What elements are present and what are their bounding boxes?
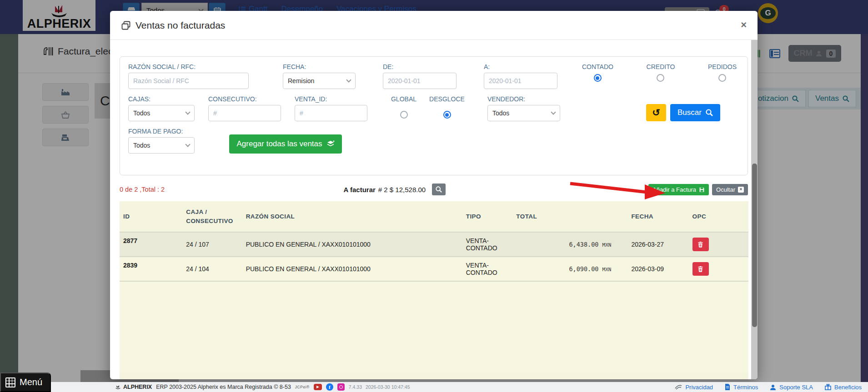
consecutivo-input[interactable] — [208, 105, 281, 121]
trash-icon — [697, 266, 703, 272]
copy-icon — [121, 20, 131, 30]
agregar-todas-label: Agregar todas las ventas — [236, 139, 322, 149]
menu-button[interactable]: Menú — [0, 372, 51, 392]
table-header-row: ID CAJA / CONSECUTIVO RAZÓN SOCIAL TIPO … — [120, 201, 748, 232]
modal-title: Ventas no facturadas — [135, 20, 225, 31]
venta-id-input[interactable] — [295, 105, 367, 121]
consecutivo-label: CONSECUTIVO: — [208, 95, 281, 103]
vendedor-select[interactable]: Todos — [487, 105, 560, 121]
footer-center: ALPHERIX ERP 2003-2025 Alpherix es Marca… — [115, 383, 675, 391]
a-facturar-value: # 2 $ 12,528.00 — [378, 186, 426, 194]
cell-opc — [689, 232, 748, 257]
reset-icon: ↺ — [652, 107, 660, 118]
global-radio[interactable] — [400, 111, 408, 119]
footer-links: Privacidad Términos Soporte SLA — [675, 384, 862, 391]
credito-radio[interactable] — [657, 74, 664, 82]
ocultar-label: Ocultar — [716, 186, 735, 193]
chevron-down-icon — [346, 77, 351, 82]
link-soporte[interactable]: Soporte SLA — [770, 384, 813, 391]
chevron-down-icon — [185, 109, 190, 114]
fecha-label: FECHA: — [283, 63, 356, 70]
footer-brand: ALPHERIX — [115, 384, 152, 390]
pedidos-label: PEDIDOS — [708, 63, 737, 70]
buscar-button[interactable]: Buscar — [670, 104, 720, 121]
radio-global[interactable]: GLOBAL — [387, 95, 420, 119]
a-facturar-label: A facturar — [344, 186, 376, 194]
radio-credito[interactable]: CREDITO — [647, 63, 675, 82]
col-opc: OPC — [689, 201, 748, 232]
cell-razon: PUBLICO EN GENERAL / XAXX010101000 — [242, 232, 462, 257]
col-tipo: TIPO — [462, 201, 513, 232]
link-beneficios-label: Beneficios — [834, 384, 862, 391]
modal-scrollbar-track[interactable] — [751, 40, 758, 379]
privacy-icon — [675, 384, 682, 390]
cert-mark: JCPei® — [295, 385, 310, 389]
menu-label: Menú — [20, 377, 42, 387]
ocultar-button[interactable]: Ocultar × — [712, 184, 748, 195]
venta-id-label: VENTA_ID: — [295, 95, 367, 103]
document-icon — [725, 384, 730, 390]
col-total: TOTAL — [512, 201, 619, 232]
delete-row-button[interactable] — [692, 238, 709, 251]
vendedor-label: VENDEDOR: — [487, 95, 560, 103]
cell-total: 6,090.00 MXN — [512, 257, 619, 281]
close-box-icon: × — [738, 187, 744, 193]
youtube-icon[interactable] — [314, 384, 322, 390]
a-label: A: — [484, 63, 557, 70]
radio-desgloce[interactable]: DESGLOCE — [426, 95, 467, 119]
cell-razon: PUBLICO EN GENERAL / XAXX010101000 — [242, 257, 462, 281]
footer-brand-text: ALPHERIX — [123, 384, 152, 390]
cell-id: 2839 — [120, 257, 182, 281]
filter-row-2: CAJAS: Todos CONSECUTIVO: VENTA_ID: GLOB… — [128, 95, 739, 121]
footer-version: 7.4.33 2026-03-30 10:47:45 — [349, 384, 410, 390]
trash-icon — [697, 241, 703, 248]
cell-opc — [689, 257, 748, 281]
forma-pago-select[interactable]: Todos — [128, 137, 195, 154]
reset-button[interactable]: ↺ — [646, 104, 666, 121]
pedidos-radio[interactable] — [718, 74, 726, 82]
link-terminos[interactable]: Términos — [725, 384, 758, 391]
fecha-de-input[interactable] — [383, 73, 457, 89]
table-row[interactable]: 2877 24 / 107 PUBLICO EN GENERAL / XAXX0… — [120, 232, 748, 257]
modal-scrollbar-thumb[interactable] — [752, 164, 757, 327]
table-row[interactable]: 2839 24 / 104 PUBLICO EN GENERAL / XAXX0… — [120, 257, 748, 281]
gift-icon — [825, 384, 831, 390]
chevron-down-icon — [551, 109, 556, 114]
razon-social-input[interactable] — [128, 73, 249, 89]
desgloce-label: DESGLOCE — [429, 95, 465, 103]
razon-social-label: RAZÓN SOCIAL / RFC: — [128, 63, 249, 70]
facturar-search-button[interactable] — [432, 184, 446, 195]
radio-contado[interactable]: CONTADO — [582, 63, 613, 82]
fecha-select-value: Remision — [288, 77, 314, 84]
facebook-icon[interactable]: f — [326, 383, 333, 391]
radio-pedidos[interactable]: PEDIDOS — [708, 63, 737, 82]
contado-label: CONTADO — [582, 63, 613, 70]
credito-label: CREDITO — [647, 63, 675, 70]
desgloce-radio[interactable] — [443, 111, 451, 119]
cell-fecha: 2026-03-27 — [619, 232, 688, 257]
cell-id: 2877 — [120, 232, 182, 257]
de-label: DE: — [383, 63, 457, 70]
close-icon[interactable]: × — [741, 19, 747, 31]
global-label: GLOBAL — [391, 95, 416, 103]
contado-radio[interactable] — [594, 74, 602, 82]
cajas-label: CAJAS: — [128, 95, 195, 103]
delete-row-button[interactable] — [692, 262, 709, 276]
search-icon — [706, 109, 713, 116]
cell-caja: 24 / 107 — [182, 232, 242, 257]
link-terminos-label: Términos — [733, 384, 758, 391]
cajas-select[interactable]: Todos — [128, 105, 195, 121]
cell-tipo: VENTA-CONTADO — [462, 232, 513, 257]
footer-copyright: ERP 2003-2025 Alpherix es Marca Registra… — [156, 384, 291, 390]
forma-pago-select-value: Todos — [133, 142, 150, 149]
agregar-todas-button[interactable]: Agregar todas las ventas — [229, 134, 342, 154]
annotation-arrow — [568, 180, 671, 201]
link-beneficios[interactable]: Beneficios — [825, 384, 862, 391]
link-privacidad[interactable]: Privacidad — [675, 384, 713, 391]
grid-icon — [5, 377, 15, 387]
instagram-icon[interactable] — [337, 383, 345, 391]
link-soporte-label: Soporte SLA — [779, 384, 813, 391]
fecha-a-input[interactable] — [484, 73, 557, 89]
table-filler-row — [120, 281, 748, 372]
fecha-select[interactable]: Remision — [283, 73, 356, 89]
